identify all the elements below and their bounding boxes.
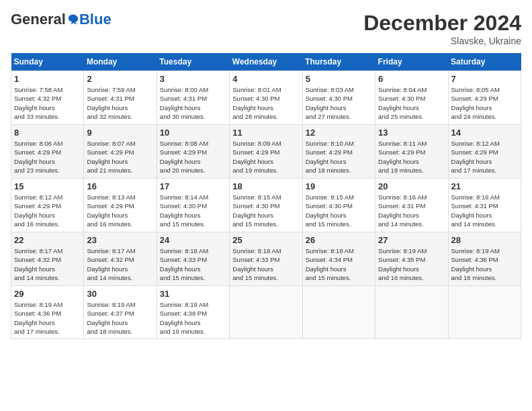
day-number: 30	[87, 289, 153, 299]
day-info: Sunrise: 8:18 AMSunset: 4:33 PMDaylight …	[160, 246, 226, 282]
calendar-cell: 25Sunrise: 8:18 AMSunset: 4:33 PMDayligh…	[230, 232, 302, 286]
day-number: 17	[160, 181, 226, 191]
calendar-cell: 9Sunrise: 8:07 AMSunset: 4:29 PMDaylight…	[84, 125, 157, 179]
day-info: Sunrise: 8:09 AMSunset: 4:29 PMDaylight …	[232, 139, 299, 175]
day-number: 26	[306, 235, 372, 245]
day-info: Sunrise: 8:16 AMSunset: 4:31 PMDaylight …	[451, 193, 518, 228]
day-number: 22	[14, 235, 81, 245]
day-info: Sunrise: 8:18 AMSunset: 4:33 PMDaylight …	[232, 246, 299, 282]
calendar-cell: 21Sunrise: 8:16 AMSunset: 4:31 PMDayligh…	[448, 179, 521, 232]
calendar-cell: 27Sunrise: 8:19 AMSunset: 4:35 PMDayligh…	[375, 232, 448, 286]
logo-blue: Blue	[79, 11, 112, 28]
calendar-cell	[375, 286, 448, 339]
calendar-cell: 7Sunrise: 8:05 AMSunset: 4:29 PMDaylight…	[448, 71, 521, 125]
column-header-thursday: Thursday	[302, 53, 375, 71]
day-info: Sunrise: 8:17 AMSunset: 4:32 PMDaylight …	[14, 246, 81, 282]
day-info: Sunrise: 8:16 AMSunset: 4:31 PMDaylight …	[378, 193, 445, 228]
calendar-cell: 12Sunrise: 8:10 AMSunset: 4:29 PMDayligh…	[302, 125, 375, 179]
calendar-cell	[230, 286, 302, 339]
logo-general: General	[11, 11, 66, 28]
day-info: Sunrise: 8:14 AMSunset: 4:30 PMDaylight …	[160, 193, 226, 228]
day-number: 9	[87, 128, 153, 138]
day-number: 28	[451, 235, 518, 245]
day-number: 1	[14, 74, 81, 84]
title-block: December 2024 Slavske, Ukraine	[363, 11, 521, 46]
day-number: 19	[306, 181, 372, 191]
day-number: 8	[14, 128, 81, 138]
column-header-saturday: Saturday	[448, 53, 521, 71]
day-info: Sunrise: 8:19 AMSunset: 4:36 PMDaylight …	[451, 246, 518, 282]
day-info: Sunrise: 8:10 AMSunset: 4:29 PMDaylight …	[306, 139, 372, 175]
calendar-cell: 5Sunrise: 8:03 AMSunset: 4:30 PMDaylight…	[302, 71, 375, 125]
day-info: Sunrise: 7:59 AMSunset: 4:31 PMDaylight …	[87, 85, 153, 121]
day-info: Sunrise: 8:19 AMSunset: 4:35 PMDaylight …	[378, 246, 445, 282]
calendar-cell: 30Sunrise: 8:19 AMSunset: 4:37 PMDayligh…	[84, 286, 157, 339]
calendar-cell: 14Sunrise: 8:12 AMSunset: 4:29 PMDayligh…	[448, 125, 521, 179]
day-info: Sunrise: 8:12 AMSunset: 4:29 PMDaylight …	[451, 139, 518, 175]
day-number: 13	[378, 128, 445, 138]
day-info: Sunrise: 8:19 AMSunset: 4:38 PMDaylight …	[160, 300, 226, 336]
day-number: 31	[160, 289, 226, 299]
location: Slavske, Ukraine	[363, 36, 521, 46]
day-info: Sunrise: 8:03 AMSunset: 4:30 PMDaylight …	[306, 85, 372, 121]
calendar-week-row: 29Sunrise: 8:19 AMSunset: 4:36 PMDayligh…	[11, 286, 521, 339]
calendar-cell	[302, 286, 375, 339]
day-number: 7	[451, 74, 518, 84]
day-number: 11	[232, 128, 299, 138]
column-header-sunday: Sunday	[11, 53, 84, 71]
calendar-cell: 15Sunrise: 8:12 AMSunset: 4:29 PMDayligh…	[11, 179, 84, 232]
column-header-tuesday: Tuesday	[157, 53, 229, 71]
day-info: Sunrise: 8:18 AMSunset: 4:34 PMDaylight …	[306, 246, 372, 282]
calendar-cell: 16Sunrise: 8:13 AMSunset: 4:29 PMDayligh…	[84, 179, 157, 232]
day-info: Sunrise: 8:13 AMSunset: 4:29 PMDaylight …	[87, 193, 153, 228]
day-number: 6	[378, 74, 445, 84]
calendar-week-row: 8Sunrise: 8:06 AMSunset: 4:29 PMDaylight…	[11, 125, 521, 179]
logo-bird-icon	[67, 13, 79, 26]
column-header-friday: Friday	[375, 53, 448, 71]
page-header: General Blue December 2024 Slavske, Ukra…	[11, 11, 521, 46]
day-info: Sunrise: 7:58 AMSunset: 4:32 PMDaylight …	[14, 85, 81, 121]
day-number: 24	[160, 235, 226, 245]
day-number: 20	[378, 181, 445, 191]
day-info: Sunrise: 8:15 AMSunset: 4:30 PMDaylight …	[232, 193, 299, 228]
calendar-cell: 20Sunrise: 8:16 AMSunset: 4:31 PMDayligh…	[375, 179, 448, 232]
calendar-week-row: 15Sunrise: 8:12 AMSunset: 4:29 PMDayligh…	[11, 179, 521, 232]
day-info: Sunrise: 8:11 AMSunset: 4:29 PMDaylight …	[378, 139, 445, 175]
day-number: 25	[232, 235, 299, 245]
day-number: 12	[306, 128, 372, 138]
day-info: Sunrise: 8:12 AMSunset: 4:29 PMDaylight …	[14, 193, 81, 228]
day-number: 18	[232, 181, 299, 191]
column-header-wednesday: Wednesday	[230, 53, 302, 71]
day-number: 14	[451, 128, 518, 138]
calendar-cell: 10Sunrise: 8:08 AMSunset: 4:29 PMDayligh…	[157, 125, 229, 179]
day-number: 10	[160, 128, 226, 138]
calendar-cell: 6Sunrise: 8:04 AMSunset: 4:30 PMDaylight…	[375, 71, 448, 125]
calendar-cell: 29Sunrise: 8:19 AMSunset: 4:36 PMDayligh…	[11, 286, 84, 339]
calendar-cell: 13Sunrise: 8:11 AMSunset: 4:29 PMDayligh…	[375, 125, 448, 179]
day-number: 21	[451, 181, 518, 191]
calendar-cell: 1Sunrise: 7:58 AMSunset: 4:32 PMDaylight…	[11, 71, 84, 125]
calendar-cell: 11Sunrise: 8:09 AMSunset: 4:29 PMDayligh…	[230, 125, 302, 179]
calendar-cell: 31Sunrise: 8:19 AMSunset: 4:38 PMDayligh…	[157, 286, 229, 339]
day-info: Sunrise: 8:06 AMSunset: 4:29 PMDaylight …	[14, 139, 81, 175]
day-info: Sunrise: 8:19 AMSunset: 4:36 PMDaylight …	[14, 300, 81, 336]
day-info: Sunrise: 8:07 AMSunset: 4:29 PMDaylight …	[87, 139, 153, 175]
calendar-cell: 19Sunrise: 8:15 AMSunset: 4:30 PMDayligh…	[302, 179, 375, 232]
day-info: Sunrise: 8:00 AMSunset: 4:31 PMDaylight …	[160, 85, 226, 121]
day-info: Sunrise: 8:04 AMSunset: 4:30 PMDaylight …	[378, 85, 445, 121]
calendar-cell: 23Sunrise: 8:17 AMSunset: 4:32 PMDayligh…	[84, 232, 157, 286]
column-header-monday: Monday	[84, 53, 157, 71]
logo: General Blue	[11, 11, 112, 28]
day-info: Sunrise: 8:05 AMSunset: 4:29 PMDaylight …	[451, 85, 518, 121]
day-number: 3	[160, 74, 226, 84]
day-number: 23	[87, 235, 153, 245]
calendar-cell: 28Sunrise: 8:19 AMSunset: 4:36 PMDayligh…	[448, 232, 521, 286]
day-number: 5	[306, 74, 372, 84]
month-title: December 2024	[363, 11, 521, 36]
day-number: 27	[378, 235, 445, 245]
calendar-cell	[448, 286, 521, 339]
day-info: Sunrise: 8:01 AMSunset: 4:30 PMDaylight …	[232, 85, 299, 121]
calendar-week-row: 22Sunrise: 8:17 AMSunset: 4:32 PMDayligh…	[11, 232, 521, 286]
calendar-cell: 3Sunrise: 8:00 AMSunset: 4:31 PMDaylight…	[157, 71, 229, 125]
calendar-cell: 26Sunrise: 8:18 AMSunset: 4:34 PMDayligh…	[302, 232, 375, 286]
